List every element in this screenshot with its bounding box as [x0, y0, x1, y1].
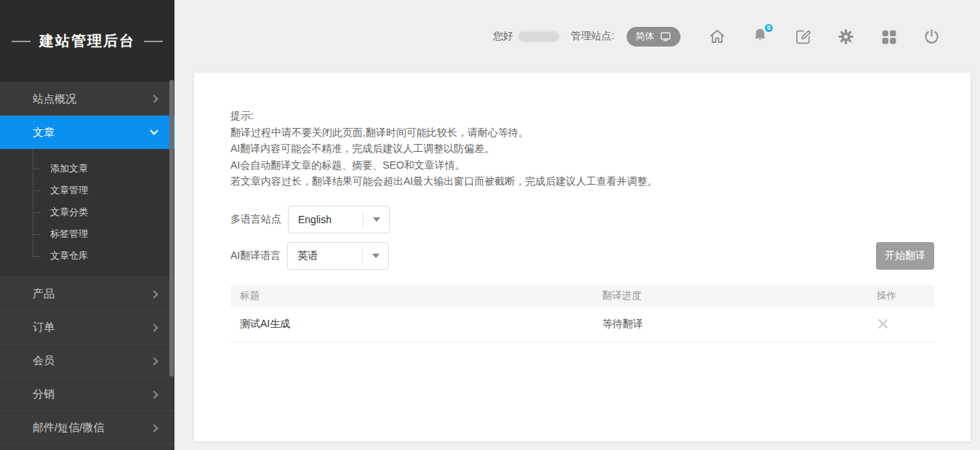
caret-down-icon [372, 254, 379, 258]
power-icon[interactable] [923, 28, 941, 46]
tips-title: 提示: [230, 108, 934, 124]
submenu-tick [33, 256, 40, 257]
multilang-site-row: 多语言站点 English [230, 206, 934, 233]
edit-icon[interactable] [794, 28, 812, 46]
tips-line: AI翻译内容可能会不精准，完成后建议人工调整以防偏差。 [230, 140, 934, 157]
tips-line: AI会自动翻译文章的标题、摘要、SEO和文章详情。 [230, 157, 934, 174]
submenu-tick [33, 190, 40, 191]
row-title: 测试AI生成 [230, 307, 593, 342]
sidebar-item-mail-sms-wechat[interactable]: 邮件/短信/微信 [0, 411, 174, 445]
submenu-tick [33, 234, 40, 235]
sidebar-item-label: 站点概况 [33, 92, 76, 106]
manage-site-label: 管理站点: [571, 30, 614, 43]
table-row: 测试AI生成 等待翻译 [230, 307, 934, 342]
chevron-right-icon [150, 390, 158, 398]
chevron-right-icon [150, 357, 158, 365]
articles-submenu: 添加文章 文章管理 文章分类 标签管理 文章仓库 [0, 149, 174, 278]
redacted-username [518, 31, 559, 42]
ai-language-value: 英语 [288, 249, 362, 262]
chevron-down-icon [150, 126, 158, 134]
ai-language-select[interactable]: 英语 [287, 242, 389, 270]
home-icon[interactable] [708, 28, 726, 46]
monitor-icon [659, 31, 672, 43]
sidebar-item-site-overview[interactable]: 站点概况 [0, 82, 174, 116]
apps-grid-icon[interactable] [880, 28, 898, 46]
main-area: 您好 管理站点: 简体 [174, 0, 980, 450]
subitem-label: 添加文章 [50, 162, 88, 175]
select-caret-zone [364, 217, 389, 222]
tips-block: 提示: 翻译过程中请不要关闭此页面,翻译时间可能比较长，请耐心等待。 AI翻译内… [230, 108, 934, 190]
header-icon-group: 0 [708, 26, 941, 47]
sidebar-item-label: 分销 [33, 387, 55, 401]
subitem-label: 文章管理 [50, 184, 88, 197]
col-progress: 翻译进度 [593, 286, 868, 307]
subitem-label: 文章仓库 [50, 249, 88, 262]
greeting-text: 您好 [493, 30, 513, 43]
translation-panel: 提示: 翻译过程中请不要关闭此页面,翻译时间可能比较长，请耐心等待。 AI翻译内… [194, 73, 971, 441]
chevron-right-icon [150, 290, 158, 298]
submenu-tick [33, 212, 40, 213]
sidebar-item-label: 会员 [33, 354, 55, 368]
top-header: 您好 管理站点: 简体 [174, 0, 980, 73]
chevron-right-icon [150, 95, 158, 103]
app-logo: 建站管理后台 [0, 0, 174, 82]
chevron-right-icon [150, 424, 158, 432]
sidebar-item-label: 文章 [33, 126, 55, 140]
submenu-tick [33, 169, 40, 169]
title-dash-right [144, 41, 163, 42]
close-icon [877, 318, 889, 330]
sidebar-item-label: 订单 [33, 321, 55, 334]
app-window: 建站管理后台 站点概况 文章 添加文章 文章管理 [0, 0, 980, 450]
subitem-label: 文章分类 [50, 206, 88, 219]
site-language-pill[interactable]: 简体 [627, 27, 680, 47]
translation-table: 标题 翻译进度 操作 测试AI生成 等待翻译 [230, 286, 934, 343]
notifications-bell-icon[interactable]: 0 [751, 26, 769, 47]
sidebar-item-members[interactable]: 会员 [0, 345, 174, 378]
sidebar-item-orders[interactable]: 订单 [0, 311, 174, 345]
notification-badge: 0 [763, 23, 774, 33]
select-caret-zone [363, 254, 388, 258]
ai-language-group: AI翻译语言 英语 [230, 242, 389, 270]
start-translate-button[interactable]: 开始翻译 [876, 242, 934, 270]
table-header-row: 标题 翻译进度 操作 [230, 286, 934, 307]
caret-down-icon [373, 217, 380, 222]
sidebar-subitem-article-manage[interactable]: 文章管理 [0, 180, 174, 201]
subitem-label: 标签管理 [50, 228, 88, 241]
col-title: 标题 [230, 286, 593, 307]
ai-language-label: AI翻译语言 [230, 249, 281, 262]
ai-language-row: AI翻译语言 英语 开始翻译 [230, 242, 934, 270]
sidebar-item-articles[interactable]: 文章 [0, 116, 174, 149]
app-title: 建站管理后台 [39, 31, 135, 51]
delete-row-button[interactable] [877, 318, 889, 330]
sidebar-menu: 站点概况 文章 添加文章 文章管理 文章分类 [0, 82, 174, 445]
title-dash-left [12, 41, 31, 42]
sidebar-subitem-article-category[interactable]: 文章分类 [0, 201, 174, 223]
multilang-site-select[interactable]: English [288, 206, 390, 233]
content-area: 提示: 翻译过程中请不要关闭此页面,翻译时间可能比较长，请耐心等待。 AI翻译内… [174, 73, 980, 450]
sidebar: 建站管理后台 站点概况 文章 添加文章 文章管理 [0, 0, 174, 450]
sidebar-subitem-tag-manage[interactable]: 标签管理 [0, 223, 174, 245]
multilang-site-label: 多语言站点 [230, 213, 281, 226]
sidebar-item-label: 邮件/短信/微信 [33, 421, 104, 435]
multilang-site-value: English [289, 214, 363, 225]
settings-gear-icon[interactable] [837, 28, 855, 46]
sidebar-subitem-add-article[interactable]: 添加文章 [0, 158, 174, 180]
tips-line: 若文章内容过长，翻译结果可能会超出AI最大输出窗口而被截断，完成后建议人工查看并… [230, 173, 934, 190]
chevron-right-icon [150, 324, 158, 332]
row-progress: 等待翻译 [593, 307, 868, 342]
sidebar-item-products[interactable]: 产品 [0, 278, 174, 311]
submenu-tree-line [33, 149, 33, 258]
tips-line: 翻译过程中请不要关闭此页面,翻译时间可能比较长，请耐心等待。 [230, 124, 934, 141]
col-actions: 操作 [867, 286, 934, 307]
sidebar-item-label: 产品 [33, 287, 55, 301]
site-language-label: 简体 [635, 30, 654, 43]
sidebar-subitem-article-warehouse[interactable]: 文章仓库 [0, 245, 174, 267]
sidebar-scrollbar[interactable] [169, 80, 174, 377]
sidebar-item-distribution[interactable]: 分销 [0, 378, 174, 411]
